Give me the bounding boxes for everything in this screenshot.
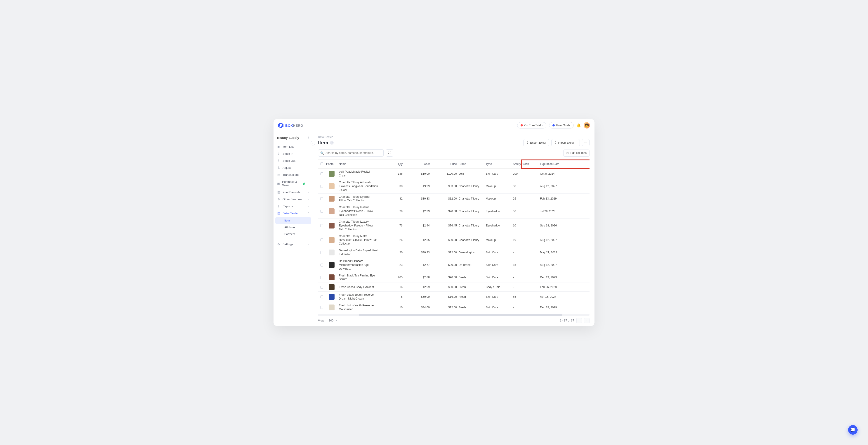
user-guide-button[interactable]: User Guide xyxy=(549,122,574,128)
col-cost[interactable]: Cost xyxy=(403,162,431,166)
sidebar-item-data-center[interactable]: ▤Data Center⌃ xyxy=(274,210,313,217)
cell-name: Charlotte Tilbury Airbrush Flawless Long… xyxy=(338,179,381,194)
head-actions: ⇪ Export Excel ⇩ Import Excel ⌄ ⋯ xyxy=(523,139,590,146)
row-checkbox[interactable] xyxy=(320,306,323,309)
cell-safety: - xyxy=(512,249,539,256)
sidebar-item-stock-in[interactable]: ⭳Stock In xyxy=(274,150,313,157)
cell-brand: Dermalogica xyxy=(458,249,485,256)
row-checkbox[interactable] xyxy=(320,264,323,267)
sidebar-item-print-barcode[interactable]: ▥Print Barcode⌄ xyxy=(274,189,313,196)
table-row[interactable]: Fresh Cocoa Body Exfoliant16$2.99$90.00F… xyxy=(318,283,590,292)
row-checkbox[interactable] xyxy=(320,210,323,213)
row-checkbox[interactable] xyxy=(320,197,323,200)
col-name[interactable]: Name ↑ xyxy=(338,162,381,166)
toolbar: 🔍 ⛶ ⚙ Edit columns xyxy=(318,149,590,156)
cell-price: $16.00 xyxy=(431,294,458,300)
chat-button[interactable]: 💬 xyxy=(848,425,858,435)
row-checkbox[interactable] xyxy=(320,276,323,279)
table-row[interactable]: Dr. Brandt Skincare Microdermabrasion Ag… xyxy=(318,258,590,272)
sidebar-item-stock-out[interactable]: ⭱Stock Out xyxy=(274,157,313,164)
cell-brand: Charlotte Tilbury xyxy=(458,222,485,229)
free-trial-button[interactable]: On Free Trial › xyxy=(517,122,546,128)
nav-icon: ▥ xyxy=(277,190,280,194)
cell-exp: Sep 18, 2026 xyxy=(539,222,564,229)
cell-cost: $2.55 xyxy=(403,237,431,243)
horizontal-scrollbar[interactable] xyxy=(318,314,590,316)
view-label: View xyxy=(318,319,324,322)
table-row[interactable]: Charlotte Tilbury Instant Eyeshadow Pale… xyxy=(318,204,590,218)
col-photo[interactable]: Photo xyxy=(325,162,338,166)
sidebar-item-purchase-sales[interactable]: ▣Purchase & Salesβ⌄ xyxy=(274,178,313,189)
row-checkbox[interactable] xyxy=(320,251,323,254)
cell-brand: Fresh xyxy=(458,294,485,300)
row-checkbox[interactable] xyxy=(320,286,323,289)
prev-page-button[interactable]: ‹ xyxy=(577,318,582,323)
logo-text: BOXHERO xyxy=(285,123,303,127)
row-checkbox[interactable] xyxy=(320,238,323,241)
row-checkbox[interactable] xyxy=(320,224,323,227)
table-row[interactable]: Fresh Black Tea Firming Eye Serum205$2.8… xyxy=(318,272,590,283)
search-input[interactable] xyxy=(318,149,383,156)
export-excel-button[interactable]: ⇪ Export Excel xyxy=(523,139,549,146)
next-page-button[interactable]: › xyxy=(584,318,590,323)
sidebar-item-transactions[interactable]: ▤Transactions xyxy=(274,171,313,178)
team-selector[interactable]: Beauty Supply ⇅ xyxy=(274,135,313,143)
search-icon: 🔍 xyxy=(320,151,324,155)
row-checkbox[interactable] xyxy=(320,172,323,175)
help-icon[interactable]: ? xyxy=(330,141,334,145)
sidebar-sub-partners[interactable]: Partners xyxy=(275,231,311,238)
cell-cost: $34.60 xyxy=(403,304,431,310)
sidebar-item-other-features[interactable]: ⊕Other Features⌄ xyxy=(274,196,313,203)
sidebar-item-settings[interactable]: ⚙ Settings ⌄ xyxy=(274,241,313,248)
cell-type: Skin Care xyxy=(485,262,512,268)
barcode-scan-button[interactable]: ⛶ xyxy=(386,149,393,156)
cell-exp: Aug 12, 2027 xyxy=(539,183,564,189)
avatar[interactable]: 🧑 xyxy=(584,122,590,128)
select-all-checkbox[interactable] xyxy=(320,162,323,166)
bell-icon[interactable]: 🔔 xyxy=(577,123,581,127)
table-row[interactable]: Charlotte Tilbury Luxury Eyeshadow Palet… xyxy=(318,218,590,233)
table-row[interactable]: Dermalogica Daily Superfoliant Exfoliato… xyxy=(318,247,590,258)
more-button[interactable]: ⋯ xyxy=(582,139,590,146)
cell-price: $12.00 xyxy=(431,304,458,310)
cell-brand: Fresh xyxy=(458,274,485,280)
cell-brand: belif xyxy=(458,171,485,177)
table-row[interactable]: Fresh Lotus Youth Preserve Moisturizer10… xyxy=(318,302,590,313)
table-row[interactable]: Charlotte Tilbury Eyeliner - Pillow Talk… xyxy=(318,194,590,204)
col-exp[interactable]: Expiration Date xyxy=(539,162,564,166)
table-row[interactable]: Charlotte Tilbury Airbrush Flawless Long… xyxy=(318,179,590,194)
cell-type: Eyeshadow xyxy=(485,208,512,214)
logo[interactable]: BOXHERO xyxy=(278,123,303,128)
page-size-select[interactable]: 100 ⇅ xyxy=(327,318,339,323)
sidebar-sub-item[interactable]: Item xyxy=(275,217,311,224)
nav-icon: ⫿ xyxy=(277,205,280,208)
nav-icon: ⭱ xyxy=(277,159,280,162)
col-brand[interactable]: Brand xyxy=(458,162,485,166)
table-row[interactable]: belif Peat Miracle Revital Cream146$10.0… xyxy=(318,169,590,179)
table-row[interactable]: Charlotte Tilbury Matte Revolution Lipst… xyxy=(318,233,590,247)
row-checkbox[interactable] xyxy=(320,185,323,188)
col-type[interactable]: Type xyxy=(485,162,512,166)
cell-name: Charlotte Tilbury Matte Revolution Lipst… xyxy=(338,233,381,247)
sidebar-item-item-list[interactable]: ▣Item List xyxy=(274,143,313,150)
chevron-icon: ⌄ xyxy=(307,191,309,194)
import-excel-button[interactable]: ⇩ Import Excel ⌄ xyxy=(551,139,580,146)
sidebar-sub-attribute[interactable]: Attribute xyxy=(275,224,311,231)
row-checkbox[interactable] xyxy=(320,295,323,298)
topbar-right: On Free Trial › User Guide 🔔 🧑 xyxy=(517,122,590,128)
cell-qty: 32 xyxy=(381,196,403,202)
cell-cost: $30.33 xyxy=(403,196,431,202)
cell-type: Skin Care xyxy=(485,249,512,256)
cell-qty: 20 xyxy=(381,249,403,256)
cell-qty: 205 xyxy=(381,274,403,280)
col-safety[interactable]: Safety Stock xyxy=(512,162,539,166)
edit-columns-button[interactable]: ⚙ Edit columns xyxy=(563,150,590,156)
cell-type: Skin Care xyxy=(485,274,512,280)
sidebar-item-adjust[interactable]: ⇅Adjust xyxy=(274,164,313,171)
table-row[interactable]: Fresh Lotus Youth Preserve Dream Night C… xyxy=(318,292,590,302)
product-thumb xyxy=(329,262,335,268)
col-price[interactable]: Price xyxy=(431,162,458,166)
col-qty[interactable]: Qty xyxy=(381,162,403,166)
cell-name: Charlotte Tilbury Luxury Eyeshadow Palet… xyxy=(338,218,381,233)
sidebar-item-reports[interactable]: ⫿Reports⌄ xyxy=(274,203,313,210)
